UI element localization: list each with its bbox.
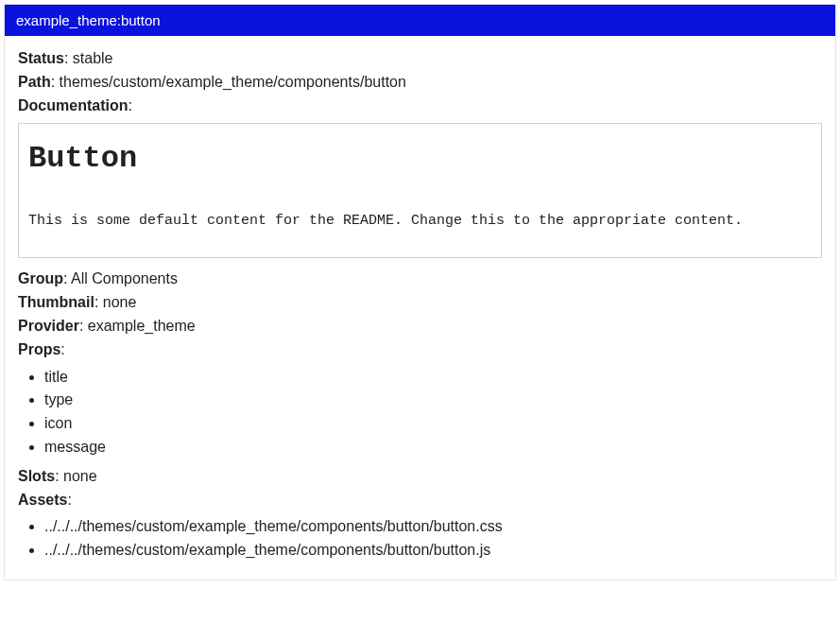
status-value: stable (73, 50, 113, 66)
slots-value: none (63, 468, 97, 484)
thumbnail-label: Thumbnail (18, 294, 94, 310)
documentation-label: Documentation (18, 97, 128, 113)
documentation-title: Button (28, 141, 812, 176)
documentation-box: Button This is some default content for … (18, 123, 822, 258)
path-value: themes/custom/example_theme/components/b… (60, 74, 406, 90)
component-panel: example_theme:button Status: stable Path… (4, 4, 836, 580)
path-row: Path: themes/custom/example_theme/compon… (18, 71, 822, 95)
separator: : (128, 97, 131, 113)
separator: : (67, 492, 71, 508)
slots-row: Slots: none (18, 465, 822, 489)
panel-content: Status: stable Path: themes/custom/examp… (5, 36, 835, 580)
list-item: title (44, 366, 822, 389)
path-label: Path (18, 74, 51, 90)
panel-header: example_theme:button (5, 5, 835, 36)
separator: : (64, 50, 73, 66)
separator: : (94, 294, 103, 310)
separator: : (51, 74, 60, 90)
status-label: Status (18, 50, 64, 66)
slots-label: Slots (18, 468, 55, 484)
separator: : (55, 468, 63, 484)
assets-row: Assets: (18, 489, 822, 512)
thumbnail-row: Thumbnail: none (18, 291, 822, 315)
documentation-row: Documentation: (18, 95, 822, 118)
panel-title: example_theme:button (16, 12, 161, 28)
provider-label: Provider (18, 318, 79, 334)
separator: : (63, 270, 71, 286)
props-row: Props: (18, 338, 822, 362)
provider-value: example_theme (88, 318, 196, 334)
props-label: Props (18, 341, 60, 357)
separator: : (60, 341, 64, 357)
list-item: ../../../themes/custom/example_theme/com… (44, 539, 822, 562)
group-label: Group (18, 270, 63, 286)
documentation-body: This is some default content for the REA… (28, 210, 812, 233)
thumbnail-value: none (103, 294, 137, 310)
assets-label: Assets (18, 492, 67, 508)
list-item: message (44, 436, 822, 459)
list-item: ../../../themes/custom/example_theme/com… (44, 515, 822, 539)
provider-row: Provider: example_theme (18, 315, 822, 338)
status-row: Status: stable (18, 47, 822, 71)
list-item: icon (44, 412, 822, 436)
group-row: Group: All Components (18, 268, 822, 291)
list-item: type (44, 389, 822, 412)
separator: : (79, 318, 88, 334)
group-value: All Components (71, 270, 178, 286)
props-list: titletypeiconmessage (18, 366, 822, 459)
assets-list: ../../../themes/custom/example_theme/com… (18, 515, 822, 562)
